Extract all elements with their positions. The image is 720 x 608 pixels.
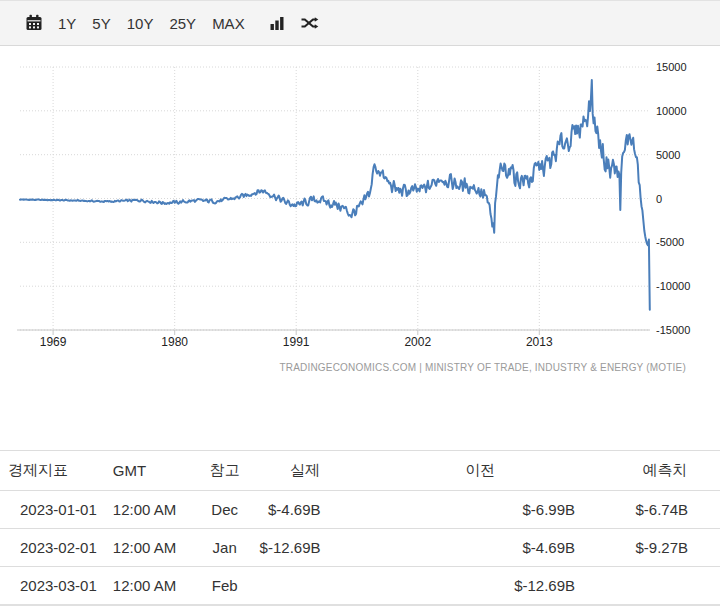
cell-forecast: $-6.74B — [610, 491, 720, 529]
x-axis-label: 1969 — [40, 335, 67, 349]
x-axis-label: 1991 — [283, 335, 310, 349]
col-header-actual: 실제 — [260, 451, 351, 491]
cell-actual: $-12.69B — [260, 529, 351, 567]
cell-reference: Feb — [190, 567, 260, 606]
y-axis-label: 15000 — [656, 61, 687, 73]
x-axis-label: 1980 — [161, 335, 188, 349]
chart-table-spacer — [0, 392, 720, 450]
cell-time: 12:00 AM — [105, 567, 190, 606]
cell-forecast — [610, 567, 720, 606]
range-button-5y[interactable]: 5Y — [91, 13, 111, 34]
balance-of-trade-line — [20, 80, 650, 310]
calendar-icon[interactable] — [25, 14, 43, 32]
cell-previous: $-4.69B — [351, 529, 611, 567]
chart-attribution: TRADINGECONOMICS.COM | MINISTRY OF TRADE… — [279, 362, 686, 373]
cell-date: 2023-02-01 — [0, 529, 105, 567]
calendar-row-2023-01-01[interactable]: 2023-01-01 12:00 AM Dec $-4.69B $-6.99B … — [0, 491, 720, 529]
cell-date: 2023-01-01 — [0, 491, 105, 529]
calendar-header-row: 경제지표 GMT 참고 실제 이전 예측치 — [0, 451, 720, 491]
col-header-gmt: GMT — [105, 451, 190, 491]
calendar-row-2023-03-01[interactable]: 2023-03-01 12:00 AM Feb $-12.69B — [0, 567, 720, 606]
cell-previous: $-6.99B — [351, 491, 611, 529]
range-button-max[interactable]: MAX — [211, 13, 246, 34]
y-axis-label: 10000 — [656, 105, 687, 117]
cell-date: 2023-03-01 — [0, 567, 105, 606]
y-axis-label: -10000 — [656, 280, 690, 292]
cell-forecast: $-9.27B — [610, 529, 720, 567]
cell-time: 12:00 AM — [105, 491, 190, 529]
x-axis-label: 2002 — [404, 335, 431, 349]
range-button-25y[interactable]: 25Y — [168, 13, 197, 34]
cell-actual — [260, 567, 351, 606]
y-axis-label: 0 — [656, 193, 662, 205]
cell-actual: $-4.69B — [260, 491, 351, 529]
col-header-indicator: 경제지표 — [0, 451, 105, 491]
bar-chart-icon[interactable] — [268, 14, 286, 32]
cell-time: 12:00 AM — [105, 529, 190, 567]
range-button-1y[interactable]: 1Y — [57, 13, 77, 34]
shuffle-icon[interactable] — [300, 14, 319, 32]
balance-of-trade-chart: 150001000050000-5000-10000-1500019691980… — [0, 46, 720, 392]
col-header-reference: 참고 — [190, 451, 260, 491]
col-header-forecast: 예측치 — [610, 451, 720, 491]
y-axis-label: -5000 — [656, 236, 684, 248]
cell-previous: $-12.69B — [351, 567, 611, 606]
x-axis-label: 2013 — [526, 335, 553, 349]
cell-reference: Jan — [190, 529, 260, 567]
y-axis-label: -15000 — [656, 324, 690, 336]
chart-canvas[interactable]: 150001000050000-5000-10000-1500019691980… — [0, 46, 720, 392]
calendar-row-2023-02-01[interactable]: 2023-02-01 12:00 AM Jan $-12.69B $-4.69B… — [0, 529, 720, 567]
range-button-10y[interactable]: 10Y — [126, 13, 155, 34]
cell-reference: Dec — [190, 491, 260, 529]
col-header-previous: 이전 — [351, 451, 611, 491]
economic-calendar-table: 경제지표 GMT 참고 실제 이전 예측치 2023-01-01 12:00 A… — [0, 450, 720, 606]
y-axis-label: 5000 — [656, 149, 680, 161]
chart-toolbar: 1Y 5Y 10Y 25Y MAX — [0, 0, 720, 46]
